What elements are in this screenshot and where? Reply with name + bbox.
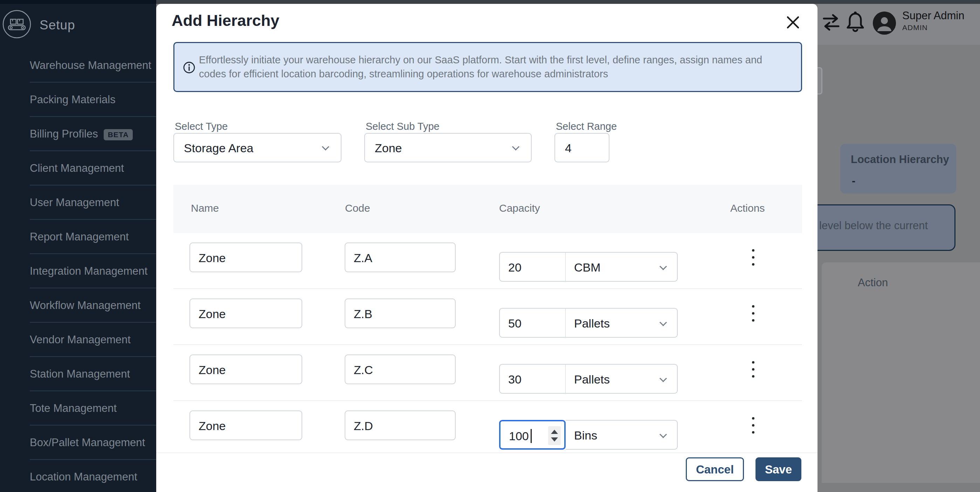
user-name[interactable]: Super Admin	[902, 10, 964, 22]
capacity-input[interactable]: 30	[499, 364, 566, 394]
screen: Setup Warehouse Management Packing Mater…	[0, 0, 980, 492]
code-input[interactable]: Z.B	[345, 298, 456, 328]
sidebar-item-user-management[interactable]: User Management	[0, 186, 156, 220]
add-hierarchy-modal: Add Hierarchy Effortlessly initiate your…	[156, 4, 818, 492]
capacity-input[interactable]: 20	[499, 252, 566, 282]
user-role: ADMIN	[902, 24, 928, 32]
notification-bell-icon[interactable]	[844, 10, 867, 35]
column-header-name: Name	[191, 202, 219, 214]
info-icon	[183, 61, 196, 74]
table-row: Zone Z.B 50 Pallets	[173, 289, 802, 345]
modal-title: Add Hierarchy	[172, 11, 280, 30]
name-input[interactable]: Zone	[189, 354, 302, 384]
number-spinner[interactable]	[548, 426, 561, 445]
location-hierarchy-value: -	[852, 175, 855, 187]
code-input[interactable]: Z.A	[345, 243, 456, 272]
info-banner: Effortlessly initiate your warehouse hie…	[173, 42, 802, 92]
text-caret	[531, 429, 532, 443]
sidebar-title: Setup	[40, 18, 75, 33]
chevron-down-icon	[512, 143, 519, 151]
select-range-value: 4	[565, 141, 572, 155]
info-banner-text: Effortlessly initiate your warehouse hie…	[199, 53, 791, 81]
column-header-code: Code	[345, 202, 370, 214]
unit-select[interactable]: Bins	[566, 420, 678, 450]
name-input[interactable]: Zone	[189, 243, 302, 272]
footer-divider	[156, 452, 818, 453]
conveyor-belt-icon	[2, 10, 32, 39]
name-input[interactable]: Zone	[189, 298, 302, 328]
capacity-group: 30 Pallets	[499, 354, 678, 384]
save-button[interactable]: Save	[756, 457, 801, 481]
sidebar-item-integration-management[interactable]: Integration Management	[0, 254, 156, 288]
row-actions-kebab-icon[interactable]	[743, 415, 764, 436]
select-range-label: Select Range	[556, 121, 617, 132]
capacity-input[interactable]: 100	[499, 420, 566, 450]
hierarchy-rows: Zone Z.A 20 CBM Zone Z.B 50 Pallets	[173, 233, 802, 457]
row-actions-kebab-icon[interactable]	[743, 247, 764, 268]
capacity-group: 50 Pallets	[499, 298, 678, 328]
sidebar-item-billing-profiles[interactable]: Billing ProfilesBETA	[0, 117, 156, 151]
sidebar-item-workflow-management[interactable]: Workflow Management	[0, 288, 156, 323]
location-hierarchy-panel: Location Hierarchy -	[840, 144, 956, 194]
sidebar-item-vendor-management[interactable]: Vendor Management	[0, 323, 156, 357]
sidebar-item-station-management[interactable]: Station Management	[0, 357, 156, 391]
row-actions-kebab-icon[interactable]	[743, 303, 764, 324]
unit-select[interactable]: Pallets	[566, 364, 678, 394]
select-sub-type-label: Select Sub Type	[366, 121, 439, 132]
table-row: Zone Z.C 30 Pallets	[173, 345, 802, 401]
app-header: Super Admin ADMIN	[818, 4, 980, 45]
select-type-dropdown[interactable]: Storage Area	[173, 133, 342, 162]
unit-select[interactable]: Pallets	[566, 308, 678, 338]
chevron-down-icon	[660, 319, 667, 326]
sidebar-header: Setup	[0, 4, 156, 49]
code-input[interactable]: Z.D	[345, 411, 456, 440]
chevron-down-icon	[322, 143, 329, 151]
column-header-actions: Actions	[730, 202, 765, 214]
select-type-value: Storage Area	[184, 141, 253, 155]
clipped-input-box	[818, 67, 822, 94]
table-row: Zone Z.D 100 Bins	[173, 401, 802, 457]
sidebar-item-packing-materials[interactable]: Packing Materials	[0, 83, 156, 117]
sidebar-item-report-management[interactable]: Report Management	[0, 220, 156, 254]
table-row: Zone Z.A 20 CBM	[173, 233, 802, 289]
capacity-group: 20 CBM	[499, 243, 678, 272]
chevron-down-icon	[660, 431, 667, 438]
select-type-label: Select Type	[175, 121, 228, 132]
hierarchy-note-box: level below the current	[818, 204, 956, 251]
code-input[interactable]: Z.C	[345, 354, 456, 384]
top-strip-right	[156, 0, 980, 4]
select-sub-type-dropdown[interactable]: Zone	[364, 133, 532, 162]
capacity-input[interactable]: 50	[499, 308, 566, 338]
select-range-input[interactable]: 4	[554, 133, 609, 162]
hierarchy-note-text: level below the current	[819, 219, 928, 232]
cancel-button[interactable]: Cancel	[686, 457, 744, 481]
table-header: Name Code Capacity Actions	[173, 185, 802, 233]
user-avatar-icon[interactable]	[873, 11, 896, 35]
sidebar-item-location-management[interactable]: Location Management	[0, 460, 156, 492]
sidebar-menu: Warehouse Management Packing Materials B…	[0, 48, 156, 492]
capacity-group: 100 Bins	[499, 411, 678, 440]
background-table-panel: Action	[822, 262, 980, 483]
sidebar-item-client-management[interactable]: Client Management	[0, 151, 156, 186]
row-actions-kebab-icon[interactable]	[743, 359, 764, 380]
close-icon[interactable]	[785, 14, 801, 30]
chevron-down-icon	[660, 375, 667, 382]
background-page: Super Admin ADMIN Location Hierarchy - l…	[818, 4, 980, 492]
name-input[interactable]: Zone	[189, 411, 302, 440]
location-hierarchy-title: Location Hierarchy	[851, 153, 949, 166]
action-column-label: Action	[858, 276, 888, 289]
unit-select[interactable]: CBM	[566, 252, 678, 282]
chevron-down-icon	[660, 263, 667, 270]
sidebar-item-warehouse-management[interactable]: Warehouse Management	[0, 48, 156, 83]
top-strip-left	[0, 0, 156, 4]
beta-badge: BETA	[104, 129, 133, 140]
column-header-capacity: Capacity	[499, 202, 540, 214]
sidebar: Setup Warehouse Management Packing Mater…	[0, 4, 156, 492]
transfer-arrows-icon[interactable]	[821, 12, 841, 33]
sidebar-item-tote-management[interactable]: Tote Management	[0, 391, 156, 425]
sidebar-item-box-pallet-management[interactable]: Box/Pallet Management	[0, 425, 156, 460]
select-sub-type-value: Zone	[375, 141, 402, 155]
